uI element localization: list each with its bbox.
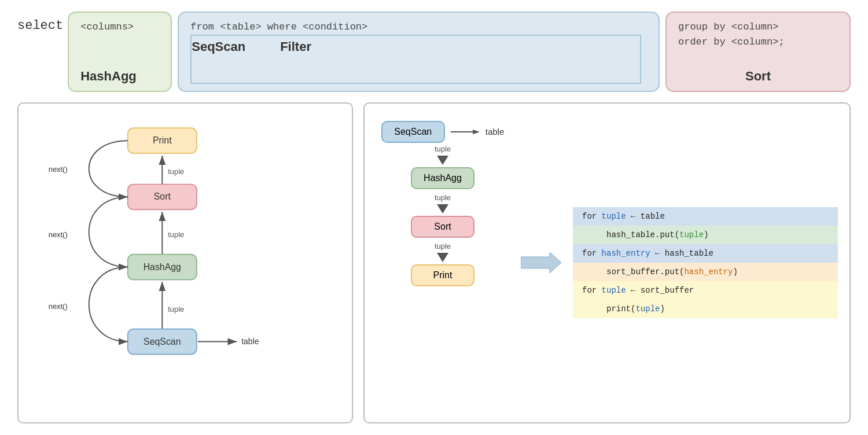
top-section: select <columns> HashAgg from <table> wh… [17,12,851,92]
down-arrow-3 [437,253,448,262]
right-seqscan-node: SeqScan [381,121,445,143]
pseudo-line-4: sort_buffer.put(hash_entry) [573,263,838,281]
left-print-label: Print [153,135,172,145]
box-blue-label-filter: Filter [280,39,311,83]
hashagg-row: HashAgg [411,167,475,189]
table-label: table [486,127,505,137]
left-diagram-svg: Print tuple Sort tuple HashAgg tuple S [30,115,340,411]
box-pink-code-line2: order by <column>; [678,35,838,50]
svg-text:table: table [241,336,259,345]
pseudo-for-5: for [582,286,602,295]
pseudo-line-1: for tuple ← table [573,207,838,226]
svg-text:SeqScan: SeqScan [144,336,181,346]
pseudo-tuple-5: tuple [602,286,626,295]
svg-text:tuple: tuple [168,167,184,176]
svg-text:next(): next() [49,165,68,174]
pseudo-line-3: for hash_entry ← hash_table [573,244,838,263]
right-print-node: Print [411,264,475,286]
right-arrow-table [451,126,480,138]
svg-text:tuple: tuple [168,305,184,314]
svg-text:Sort: Sort [154,191,171,201]
svg-text:next(): next() [49,230,68,239]
pseudo-end-4: ) [733,267,737,277]
right-diagram-col: SeqScan table tuple HashAgg [376,115,509,411]
svg-marker-25 [521,252,561,273]
pseudo-hash-3: hash_entry [602,249,650,258]
pseudo-end-6: ) [660,304,664,314]
seqscan-row: SeqScan table [381,121,505,143]
svg-text:next(): next() [49,302,68,311]
box-pink-label: Sort [678,69,838,84]
pseudo-for-1: for [582,212,602,221]
svg-marker-20 [473,130,480,134]
pseudo-line-2: hash_table.put(tuple) [573,226,838,244]
print-row: Print [411,264,475,286]
top-box-green: <columns> HashAgg [68,12,172,92]
pseudo-hash-4: hash_entry [684,267,733,277]
tuple-label-2: tuple [435,193,451,203]
pseudo-line-5: for tuple ← sort_buffer [573,281,838,300]
down-arrow-1 [437,156,448,165]
svg-marker-22 [437,204,448,213]
big-arrow-col [521,115,561,411]
box-green-label: HashAgg [80,69,159,84]
select-label: select [17,12,68,92]
top-box-pink: group by <column> order by <column>; Sor… [665,12,851,92]
pseudo-for-3: for [582,249,602,258]
bottom-section: Print tuple Sort tuple HashAgg tuple S [17,102,851,423]
sort-row: Sort [411,216,475,238]
pseudo-tuple-6: tuple [635,304,660,314]
pseudo-end-2: ) [704,230,708,239]
svg-marker-23 [437,253,448,262]
box-green-code: <columns> [80,20,159,35]
pseudo-line-6: print(tuple) [573,300,838,318]
svg-marker-21 [437,156,448,165]
top-box-blue: from <table> where <condition> SeqScan F… [178,12,660,92]
pseudo-rest-3: ← hash_table [650,249,713,258]
pseudo-rest-5: ← sort_buffer [626,286,694,295]
pseudo-larrow-1: ← table [626,212,665,221]
box-blue-code: from <table> where <condition> [190,20,647,35]
right-sort-node: Sort [411,216,475,238]
box-blue-label-seqscan: SeqScan [192,39,245,83]
right-hashagg-node: HashAgg [411,167,475,189]
down-arrow-2 [437,204,448,213]
pseudocode-box: for tuple ← table hash_table.put(tuple) … [573,115,838,411]
pseudo-indent-4: sort_buffer.put( [582,267,684,277]
tuple-label-3: tuple [435,241,451,252]
big-arrow-svg [521,251,561,274]
svg-text:HashAgg: HashAgg [144,261,181,271]
right-panel: SeqScan table tuple HashAgg [363,102,851,423]
pseudo-indent-6: print( [582,304,635,314]
pseudo-indent-2: hash_table.put( [582,230,679,239]
left-panel: Print tuple Sort tuple HashAgg tuple S [17,102,353,423]
tuple-label-1: tuple [435,144,451,154]
pseudo-tuple-1: tuple [602,212,626,221]
box-pink-code-line1: group by <column> [678,20,838,35]
pseudo-tuple-2: tuple [679,230,704,239]
svg-text:tuple: tuple [168,230,184,239]
